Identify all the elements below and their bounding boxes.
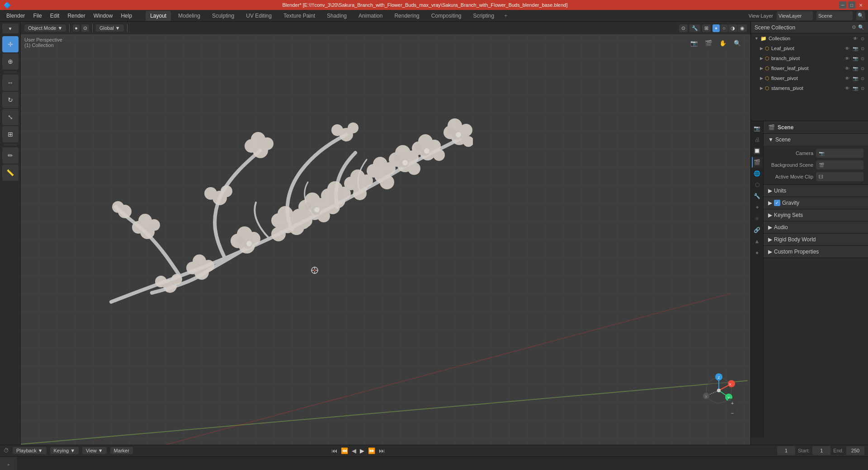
gravity-section-header[interactable]: ▶ ✓ Gravity [764, 197, 868, 209]
move-tool[interactable]: ↔ [2, 75, 19, 91]
cursor-tool[interactable]: ⊕ [2, 53, 19, 70]
tab-texture-paint[interactable]: Texture Paint [279, 11, 320, 21]
viewport-overlay-button[interactable]: ⊙ [81, 24, 89, 32]
close-button[interactable]: ✕ [857, 1, 864, 9]
minimize-button[interactable]: ─ [839, 1, 846, 9]
keying-menu[interactable]: Keying ▼ [50, 447, 79, 454]
transform-pivot-button[interactable]: ⊞ [702, 24, 711, 32]
view-layer-field[interactable]: ViewLayer [777, 11, 813, 20]
menu-blender[interactable]: Blender [3, 12, 28, 20]
background-scene-field[interactable]: 🎬 [816, 160, 863, 169]
scene-section-header[interactable]: ▼ Scene [764, 134, 868, 146]
units-section-header[interactable]: ▶ Units [764, 185, 868, 197]
play-reverse-button[interactable]: ◀ [351, 446, 357, 455]
select-tool[interactable]: ✛ [2, 36, 19, 52]
tab-compositing[interactable]: Compositing [427, 11, 466, 21]
tab-uv-editing[interactable]: UV Editing [241, 11, 276, 21]
playback-menu[interactable]: Playback ▼ [13, 447, 47, 454]
annotate-tool[interactable]: ✏ [2, 147, 19, 164]
step-back-button[interactable]: ⏪ [340, 446, 349, 455]
global-button[interactable]: Global ▼ [96, 24, 124, 32]
search-button[interactable]: 🔍 [856, 11, 865, 20]
tab-sculpting[interactable]: Sculpting [208, 11, 239, 21]
prop-icon-data[interactable]: ▲ [752, 236, 763, 247]
measure-tool[interactable]: 📏 [2, 164, 19, 181]
zoom-in-button[interactable]: + [728, 399, 737, 408]
prop-icon-material[interactable]: ● [752, 247, 763, 258]
viewport-icon-camera[interactable]: 📷 [688, 37, 700, 49]
prop-icon-constraints[interactable]: 🔗 [752, 225, 763, 235]
rigid-body-header[interactable]: ▶ Rigid Body World [764, 234, 868, 245]
viewport-shading-button[interactable]: ● [73, 24, 80, 32]
jump-to-start-button[interactable]: ⏮ [330, 446, 338, 455]
outliner-item-stamens-pivot[interactable]: ▶ ⬡ stamens_pivot 👁 📷 ⊙ [756, 83, 868, 93]
tab-modeling[interactable]: Modeling [174, 11, 205, 21]
timeline-track[interactable]: ▸ 1 10 20 30 40 50 60 70 80 90 100 110 1… [0, 457, 868, 470]
mode-selector[interactable]: ▼ [2, 24, 19, 33]
zoom-out-button[interactable]: − [728, 409, 737, 418]
leaf-visibility-icon[interactable]: 👁 [845, 46, 849, 51]
outliner-item-leaf-pivot[interactable]: ▶ ⬡ Leaf_pivot 👁 📷 ⊙ [756, 43, 868, 53]
menu-edit[interactable]: Edit [47, 12, 63, 20]
tab-shading[interactable]: Shading [322, 11, 351, 21]
tab-layout[interactable]: Layout [146, 11, 171, 21]
tab-scripting[interactable]: Scripting [469, 11, 499, 21]
prop-icon-physics[interactable]: ⚛ [752, 213, 763, 224]
solid-shading-button[interactable]: ● [712, 24, 720, 32]
branch-visibility-icon[interactable]: 👁 [845, 56, 849, 61]
scale-tool[interactable]: ⤡ [2, 109, 19, 125]
active-movie-clip-field[interactable]: 🎞 [816, 172, 863, 181]
custom-properties-header[interactable]: ▶ Custom Properties [764, 246, 868, 258]
visibility-icon[interactable]: 👁 [853, 36, 858, 41]
viewport-icon-pan[interactable]: ✋ [717, 37, 729, 49]
view-menu[interactable]: View ▼ [82, 447, 107, 454]
prop-icon-world[interactable]: 🌐 [752, 168, 763, 179]
menu-help[interactable]: Help [117, 12, 136, 20]
outliner-filter-icon[interactable]: ⚙ [852, 24, 856, 30]
prop-icon-particles[interactable]: ✦ [752, 202, 763, 213]
jump-to-end-button[interactable]: ⏭ [378, 446, 386, 455]
wireframe-button[interactable]: ○ [720, 24, 728, 32]
outliner-search-icon[interactable]: 🔍 [858, 24, 864, 30]
step-forward-button[interactable]: ⏩ [367, 446, 376, 455]
object-mode-button[interactable]: Object Mode ▼ [24, 24, 66, 32]
marker-menu[interactable]: Marker [110, 447, 133, 454]
add-workspace-button[interactable]: + [501, 11, 510, 20]
keying-sets-header[interactable]: ▶ Keying Sets [764, 209, 868, 221]
outliner-item-branch-pivot[interactable]: ▶ ⬡ branch_pivot 👁 📷 ⊙ [756, 53, 868, 63]
material-button[interactable]: ◑ [728, 24, 737, 32]
prop-icon-modifier[interactable]: 🔧 [752, 191, 763, 202]
rotate-tool[interactable]: ↻ [2, 92, 19, 108]
stamens-visibility-icon[interactable]: 👁 [845, 86, 849, 91]
maximize-button[interactable]: □ [848, 1, 855, 9]
flower-visibility-icon[interactable]: 👁 [845, 76, 849, 81]
snap-button[interactable]: 🔧 [689, 24, 700, 32]
prop-icon-scene[interactable]: 🎬 [752, 157, 763, 168]
menu-render[interactable]: Render [64, 12, 89, 20]
tab-rendering[interactable]: Rendering [390, 11, 424, 21]
viewport-gizmo[interactable]: X X Y Z + − [701, 372, 737, 409]
proportional-edit-button[interactable]: ⊙ [679, 24, 688, 32]
outliner-item-flower-pivot[interactable]: ▶ ⬡ flower_pivot 👁 📷 ⊙ [756, 73, 868, 83]
scene-field[interactable]: Scene [816, 11, 853, 20]
prop-icon-output[interactable]: 🖨 [752, 134, 763, 145]
camera-value-field[interactable]: 📷 [816, 149, 863, 158]
prop-icon-object[interactable]: ⬡ [752, 179, 763, 190]
tab-animation[interactable]: Animation [354, 11, 387, 21]
end-frame-field[interactable]: 250 [846, 446, 864, 455]
prop-icon-view-layer[interactable]: 🔲 [752, 146, 763, 156]
outliner-item-flower-leaf-pivot[interactable]: ▶ ⬡ flower_leaf_pivot 👁 📷 ⊙ [756, 63, 868, 73]
gravity-checkbox[interactable]: ✓ [774, 200, 780, 206]
menu-file[interactable]: File [29, 12, 45, 20]
viewport-icon-zoom[interactable]: 🔍 [731, 37, 743, 49]
prop-icon-render[interactable]: 📷 [752, 123, 763, 134]
render-button[interactable]: ◉ [738, 24, 747, 32]
outliner-item-collection[interactable]: ▼ 📁 Collection 👁 ⊙ [751, 33, 868, 43]
flower-leaf-visibility-icon[interactable]: 👁 [845, 66, 849, 71]
stop-button[interactable]: ▶ [359, 446, 365, 455]
current-frame-field[interactable]: 1 [777, 446, 795, 455]
audio-header[interactable]: ▶ Audio [764, 221, 868, 233]
viewport-3d[interactable]: Object Mode ▼ ● ⊙ Global ▼ ⊙ 🔧 ⊞ ● ○ [21, 22, 750, 445]
start-frame-field[interactable]: 1 [812, 446, 830, 455]
transform-tool[interactable]: ⊞ [2, 126, 19, 142]
